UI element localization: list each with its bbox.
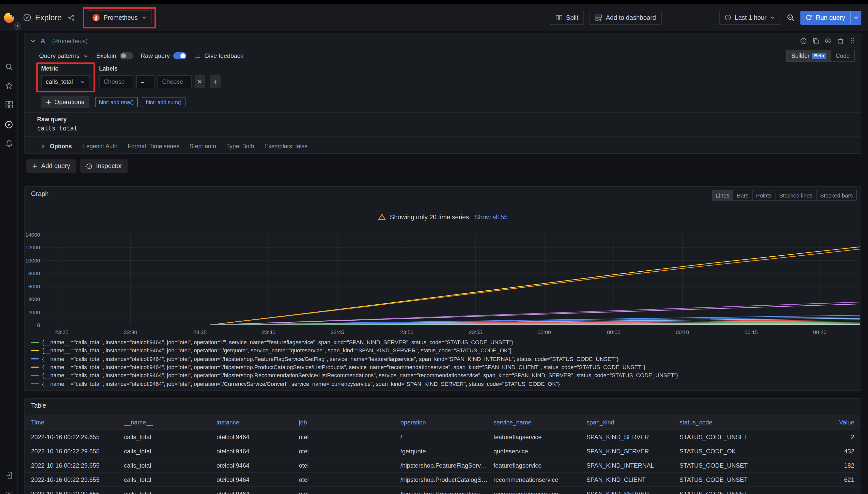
time-range-picker[interactable]: Last 1 hour bbox=[719, 11, 781, 25]
graph-mode-stacked-bars[interactable]: Stacked bars bbox=[816, 190, 856, 201]
graph-mode-points[interactable]: Points bbox=[752, 190, 775, 201]
table-cell: SPAN_KIND_SERVER bbox=[581, 430, 674, 444]
y-axis-label: 0 bbox=[25, 322, 40, 328]
table-header-status_code[interactable]: status_code bbox=[674, 415, 757, 430]
run-query-dropdown[interactable] bbox=[850, 11, 862, 25]
split-button[interactable]: Split bbox=[549, 11, 584, 25]
give-feedback-link[interactable]: Give feedback bbox=[194, 52, 243, 59]
table-header-instance[interactable]: instance bbox=[211, 415, 293, 430]
legend-series-marker bbox=[31, 375, 39, 376]
table-header-service_name[interactable]: service_name bbox=[488, 415, 581, 430]
legend-series-label: {__name__="calls_total", instance="otelc… bbox=[42, 381, 560, 387]
help-circle-icon[interactable]: ? bbox=[800, 37, 807, 44]
run-query-main[interactable]: Run query bbox=[801, 11, 850, 25]
add-query-button[interactable]: Add query bbox=[26, 159, 76, 173]
remove-label-filter-button[interactable] bbox=[195, 75, 205, 88]
grafana-logo[interactable] bbox=[0, 12, 18, 24]
sidebar-expand-button[interactable] bbox=[14, 22, 21, 30]
plus-icon bbox=[32, 163, 38, 169]
metric-select[interactable]: calls_total bbox=[41, 75, 90, 88]
label-operator-select[interactable]: = bbox=[136, 75, 155, 88]
builder-label: Builder bbox=[791, 53, 810, 59]
add-to-dashboard-button[interactable]: Add to dashboard bbox=[590, 11, 662, 25]
chevron-down-icon bbox=[141, 15, 147, 20]
builder-mode-button[interactable]: Builder Beta bbox=[787, 50, 831, 61]
legend-item[interactable]: {__name__="calls_total", instance="otelc… bbox=[25, 363, 858, 372]
chevron-down-icon bbox=[853, 15, 859, 20]
inspector-label: Inspector bbox=[96, 163, 122, 170]
trash-icon[interactable] bbox=[837, 37, 844, 44]
legend-item[interactable]: {__name__="calls_total", instance="otelc… bbox=[25, 380, 858, 388]
explore-icon[interactable] bbox=[0, 120, 18, 129]
table-cell: recommendationservice bbox=[488, 473, 581, 487]
y-axis-label: 2000 bbox=[25, 309, 40, 315]
refresh-icon bbox=[806, 14, 812, 21]
chevron-down-icon bbox=[83, 53, 89, 59]
table-panel-title: Table bbox=[31, 402, 46, 409]
drag-handle-icon[interactable] bbox=[849, 38, 856, 44]
table-cell: otelcol:9464 bbox=[211, 487, 293, 494]
table-cell: otel bbox=[293, 444, 395, 458]
eye-icon[interactable] bbox=[824, 37, 832, 45]
raw-query-toggle[interactable] bbox=[173, 52, 186, 59]
legend-item[interactable]: {__name__="calls_total", instance="otelc… bbox=[25, 355, 858, 363]
zoom-out-button[interactable] bbox=[787, 14, 795, 22]
run-query-button[interactable]: Run query bbox=[801, 11, 862, 25]
legend-series-marker bbox=[31, 358, 39, 359]
label-value-select[interactable]: Choose bbox=[158, 75, 192, 88]
copy-icon[interactable] bbox=[812, 37, 819, 44]
legend-item[interactable]: {__name__="calls_total", instance="otelc… bbox=[25, 371, 858, 380]
legend-item[interactable]: {__name__="calls_total", instance="otelc… bbox=[25, 346, 858, 355]
graph-mode-bars[interactable]: Bars bbox=[733, 190, 752, 201]
table-header-span_kind[interactable]: span_kind bbox=[581, 415, 674, 430]
chevron-right-icon bbox=[40, 144, 46, 149]
add-query-label: Add query bbox=[41, 163, 70, 170]
alerting-bell-icon[interactable] bbox=[0, 140, 18, 148]
table-header-time[interactable]: Time bbox=[25, 415, 119, 430]
add-label-filter-button[interactable] bbox=[210, 75, 220, 88]
query-hint-0[interactable]: hint: add rate() bbox=[95, 97, 138, 107]
table-cell: SPAN_KIND_CLIENT bbox=[581, 473, 674, 487]
share-icon[interactable] bbox=[67, 14, 74, 21]
legend-series-label: {__name__="calls_total", instance="otelc… bbox=[42, 339, 513, 345]
query-hint-1[interactable]: hint: add sum() bbox=[142, 97, 185, 107]
settings-gear-icon[interactable] bbox=[0, 491, 18, 494]
search-icon[interactable] bbox=[0, 63, 18, 71]
table-cell: quoteservice bbox=[488, 444, 581, 458]
table-header-value[interactable]: Value bbox=[757, 415, 861, 430]
time-series-plot[interactable] bbox=[42, 234, 860, 325]
x-axis-label: 00:10 bbox=[676, 329, 689, 335]
label-name-select[interactable]: Choose bbox=[99, 75, 133, 88]
query-ref-id: A bbox=[41, 37, 45, 45]
show-all-series-link[interactable]: Show all 55 bbox=[475, 213, 507, 221]
graph-mode-lines[interactable]: Lines bbox=[712, 190, 733, 201]
label-operator-value: = bbox=[141, 78, 144, 85]
dashboards-icon[interactable] bbox=[0, 100, 18, 109]
table-header-operation[interactable]: operation bbox=[395, 415, 488, 430]
option-summary-item: Exemplars: false bbox=[265, 143, 308, 149]
table-cell: 432 bbox=[757, 444, 861, 458]
x-axis-label: 23:55 bbox=[469, 329, 482, 335]
table-cell: otelcol:9464 bbox=[211, 473, 293, 487]
x-axis-label: 23:35 bbox=[193, 329, 207, 335]
option-summary-item: Format: Time series bbox=[128, 143, 179, 149]
datasource-picker[interactable]: Prometheus bbox=[87, 10, 152, 25]
grafana-logo-icon bbox=[3, 12, 15, 24]
collapse-chevron-icon[interactable] bbox=[30, 38, 36, 44]
graph-mode-stacked-lines[interactable]: Stacked lines bbox=[775, 190, 816, 201]
table-header-job[interactable]: job bbox=[293, 415, 395, 430]
legend-item[interactable]: {__name__="calls_total", instance="otelc… bbox=[25, 338, 858, 346]
query-patterns-dropdown[interactable]: Query patterns bbox=[39, 52, 89, 59]
table-header-__name__[interactable]: __name__ bbox=[119, 415, 211, 430]
explain-toggle[interactable] bbox=[120, 52, 133, 59]
query-row-header[interactable]: A (Prometheus) ? bbox=[25, 34, 861, 48]
starred-icon[interactable] bbox=[0, 82, 18, 90]
page-title: Explore bbox=[35, 13, 62, 22]
legend-series-marker bbox=[31, 366, 39, 368]
sign-in-icon[interactable] bbox=[0, 471, 18, 479]
operations-button[interactable]: Operations bbox=[41, 96, 89, 108]
code-mode-button[interactable]: Code bbox=[831, 50, 854, 61]
table-cell: SPAN_KIND_SERVER bbox=[581, 487, 674, 494]
query-options-row[interactable]: Options Legend: AutoFormat: Time seriesS… bbox=[40, 140, 855, 153]
inspector-button[interactable]: Inspector bbox=[80, 159, 128, 173]
